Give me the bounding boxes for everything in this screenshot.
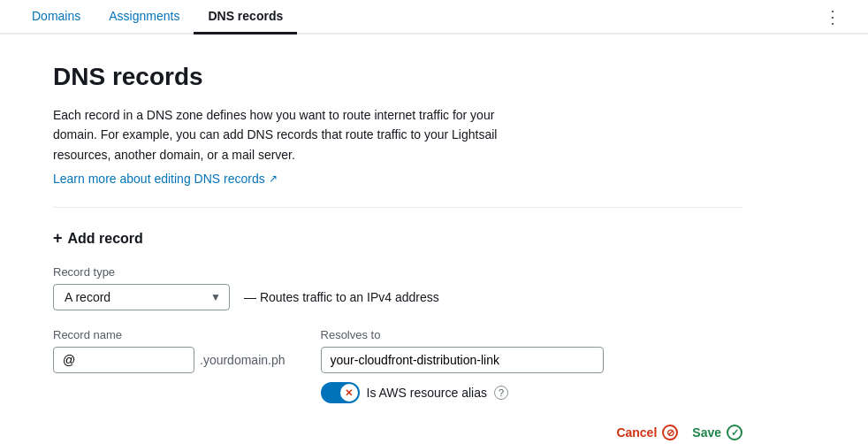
plus-icon: + (53, 229, 63, 248)
page-title: DNS records (53, 63, 742, 91)
record-type-label: Record type (53, 265, 742, 279)
resolves-to-input[interactable] (321, 347, 604, 373)
action-buttons: Cancel ⊘ Save ✓ (53, 425, 742, 444)
add-record-button[interactable]: + Add record (53, 229, 143, 248)
external-link-icon: ↗ (269, 172, 278, 185)
aws-alias-label: Is AWS resource alias (367, 386, 487, 400)
record-name-label: Record name (53, 328, 286, 341)
toggle-thumb: ✕ (340, 384, 358, 402)
record-name-input[interactable] (53, 347, 194, 373)
aws-alias-toggle[interactable]: ✕ (321, 382, 360, 403)
form-section: Record type A record AAAA record CNAME r… (53, 265, 742, 444)
record-name-field: Record name .yourdomain.ph (53, 328, 286, 373)
save-button[interactable]: Save ✓ (692, 425, 742, 440)
cancel-button[interactable]: Cancel ⊘ (616, 425, 678, 440)
toggle-track: ✕ (321, 382, 360, 403)
resolves-to-label: Resolves to (321, 328, 604, 341)
fields-row: Record name .yourdomain.ph Resolves to ✕ (53, 328, 742, 403)
resolves-to-field: Resolves to ✕ Is AWS resource alias ? (321, 328, 604, 403)
cancel-icon: ⊘ (662, 425, 678, 440)
learn-more-link[interactable]: Learn more about editing DNS records ↗ (53, 172, 278, 186)
save-icon: ✓ (727, 425, 742, 440)
tab-dns-records[interactable]: DNS records (194, 0, 297, 34)
record-type-select-wrapper: A record AAAA record CNAME record MX rec… (53, 284, 230, 310)
domain-suffix: .yourdomain.ph (200, 353, 286, 367)
record-type-description: — Routes traffic to an IPv4 address (244, 290, 439, 304)
record-type-row: Record type A record AAAA record CNAME r… (53, 265, 742, 310)
tab-assignments[interactable]: Assignments (95, 0, 194, 34)
record-name-wrapper: .yourdomain.ph (53, 347, 286, 373)
more-menu-icon[interactable]: ⋮ (815, 1, 850, 33)
toggle-x-icon: ✕ (345, 387, 353, 399)
aws-alias-toggle-row: ✕ Is AWS resource alias ? (321, 382, 604, 403)
help-icon[interactable]: ? (494, 386, 508, 400)
page-description: Each record in a DNS zone defines how yo… (53, 105, 583, 165)
main-content: DNS records Each record in a DNS zone de… (0, 34, 796, 444)
record-type-select[interactable]: A record AAAA record CNAME record MX rec… (53, 284, 230, 310)
tabs-bar: Domains Assignments DNS records ⋮ (0, 0, 868, 34)
divider-top (53, 207, 742, 208)
tab-domains[interactable]: Domains (18, 0, 95, 34)
